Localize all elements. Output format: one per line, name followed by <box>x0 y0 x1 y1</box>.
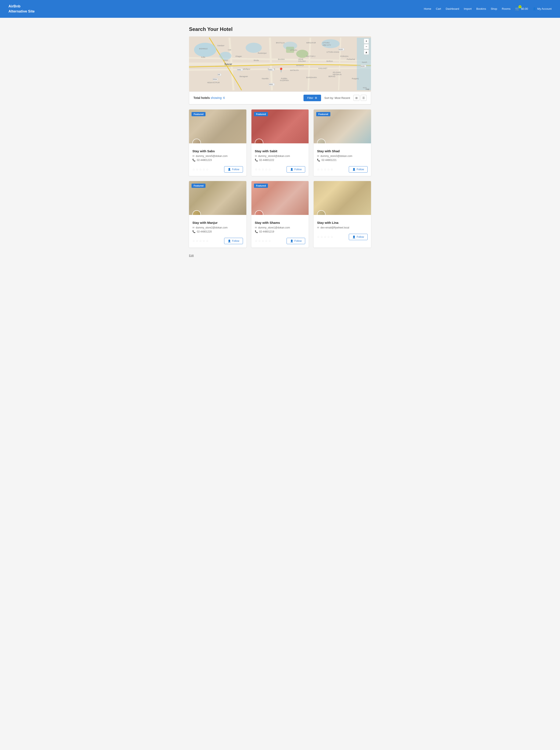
svg-text:Kanch: Kanch <box>362 61 367 63</box>
nav-shop[interactable]: Shop <box>491 7 497 11</box>
hotel-email: ✉ dev-email@flywheel.local <box>317 226 367 229</box>
hotel-image-wrapper: Featured <box>189 110 246 143</box>
follow-person-icon: 👤 <box>290 168 293 171</box>
hotel-footer: ☆ ☆ ☆ ☆ ☆ 👤 Follow <box>255 236 305 244</box>
sort-label: Sort by: Most Recent <box>324 96 350 100</box>
showing-count: showing: 6 <box>211 96 225 100</box>
hotel-info: Stay with Sabit ✉ dummy_store4@dokan.com… <box>252 143 309 176</box>
hotel-info: Stay with Shams ✉ dummy_store1@dokan.com… <box>252 215 309 248</box>
cart-widget[interactable]: 🛒 0 $0.00 <box>515 6 528 11</box>
zoom-out-button[interactable]: − <box>364 44 369 49</box>
star-5: ☆ <box>206 239 209 243</box>
hotel-name: Stay with Sabs <box>193 149 243 153</box>
follow-button[interactable]: 👤 Follow <box>349 166 367 173</box>
filter-right: Filter ⚙ Sort by: Most Recent ⊞ ☰ <box>303 95 366 101</box>
hotel-phone: 📞 02-44801222 <box>255 159 305 161</box>
svg-text:MATIKATA: MATIKATA <box>290 69 299 71</box>
user-icon: 👤 <box>533 7 536 11</box>
nav-cart[interactable]: Cart <box>436 7 441 11</box>
avatar-image <box>255 139 263 143</box>
star-5: ☆ <box>206 168 209 171</box>
hotel-info: Stay with Lina ✉ dev-email@flywheel.loca… <box>314 215 371 243</box>
zoom-in-button[interactable]: + <box>364 39 369 44</box>
star-5: ☆ <box>331 235 333 239</box>
hotel-image-wrapper: Featured <box>189 181 246 215</box>
avatar-image <box>255 211 263 215</box>
hotel-image <box>314 181 371 215</box>
svg-text:C&B: C&B <box>228 49 231 51</box>
map-area[interactable]: BISHMILE Gauripur BHATULIA MIRSAPUR UTTA… <box>189 36 371 92</box>
svg-text:R504: R504 <box>213 78 217 80</box>
avatar-image <box>318 139 325 143</box>
svg-text:BAUNIA: BAUNIA <box>278 58 285 60</box>
star-2: ☆ <box>320 168 323 171</box>
hotel-info: Stay with Shad ✉ dummy_store3@dokan.com … <box>314 143 371 176</box>
email-icon: ✉ <box>317 226 319 229</box>
nav-rooms[interactable]: Rooms <box>502 7 511 11</box>
svg-text:N105: N105 <box>339 48 343 51</box>
follow-button[interactable]: 👤 Follow <box>224 166 243 173</box>
star-3: ☆ <box>199 239 202 243</box>
main-content: Search Your Hotel <box>185 18 375 270</box>
phone-icon: 📞 <box>255 230 258 233</box>
svg-text:Rupganj: Rupganj <box>352 77 359 79</box>
featured-badge: Featured <box>254 183 268 188</box>
svg-text:ABM CITY: ABM CITY <box>322 44 331 46</box>
star-rating: ☆ ☆ ☆ ☆ ☆ <box>255 168 271 171</box>
svg-text:Akran: Akran <box>223 59 228 61</box>
svg-text:ABASHON: ABASHON <box>333 73 341 75</box>
phone-icon: 📞 <box>317 159 320 161</box>
filter-icon: ⚙ <box>315 96 317 100</box>
star-rating: ☆ ☆ ☆ ☆ ☆ <box>193 239 209 243</box>
svg-text:Kulla: Kulla <box>201 56 205 58</box>
star-3: ☆ <box>324 168 326 171</box>
nav-import[interactable]: Import <box>464 7 472 11</box>
compass-button[interactable]: ▲ <box>364 50 369 55</box>
nav-home[interactable]: Home <box>424 7 431 11</box>
list-view-button[interactable]: ☰ <box>361 95 366 101</box>
hotel-card: Featured Stay with Sabit ✉ dummy_store4@… <box>252 110 309 176</box>
hotel-card: Featured Stay with Manjur ✉ dummy_store2… <box>189 181 246 248</box>
cart-count: 0 <box>519 5 521 8</box>
featured-badge: Featured <box>316 112 330 116</box>
hotel-email: ✉ dummy_store1@dokan.com <box>255 226 305 229</box>
map-container[interactable]: BISHMILE Gauripur BHATULIA MIRSAPUR UTTA… <box>189 36 371 92</box>
map-zoom-controls: + − ▲ <box>364 39 369 55</box>
hotel-email: ✉ dummy_store5@dokan.com <box>193 155 243 158</box>
svg-text:Kaundia: Kaundia <box>262 77 268 79</box>
hotel-grid: Featured Stay with Sabs ✉ dummy_store5@d… <box>189 110 371 248</box>
star-4: ☆ <box>202 239 205 243</box>
svg-text:Khagan: Khagan <box>236 55 242 57</box>
star-2: ☆ <box>320 235 323 239</box>
follow-button[interactable]: 👤 Follow <box>349 234 367 240</box>
hotel-name: Stay with Shams <box>255 221 305 224</box>
svg-text:BARIDHARA: BARIDHARA <box>306 76 317 78</box>
hotel-info: Stay with Manjur ✉ dummy_store2@dokan.co… <box>189 215 246 248</box>
svg-text:Gauripur: Gauripur <box>217 44 224 46</box>
cart-icon-wrapper: 🛒 0 <box>515 6 520 11</box>
hotel-info: Stay with Sabs ✉ dummy_store5@dokan.com … <box>189 143 246 176</box>
hotel-card: Stay with Lina ✉ dev-email@flywheel.loca… <box>314 181 371 248</box>
star-4: ☆ <box>327 235 330 239</box>
filter-button[interactable]: Filter ⚙ <box>303 95 321 101</box>
follow-button[interactable]: 👤 Follow <box>286 238 305 244</box>
nav-bookins[interactable]: Bookins <box>476 7 486 11</box>
edit-link[interactable]: Edit <box>189 254 371 257</box>
star-3: ☆ <box>262 168 264 171</box>
phone-icon: 📞 <box>193 159 196 161</box>
follow-label: Follow <box>294 168 302 171</box>
total-hotels-label: Total hotels showing: 6 <box>194 96 225 100</box>
follow-person-icon: 👤 <box>353 235 356 238</box>
svg-text:BHATULIA: BHATULIA <box>276 41 285 44</box>
follow-button[interactable]: 👤 Follow <box>286 166 305 173</box>
nav-dashboard[interactable]: Dashboard <box>446 7 459 11</box>
svg-text:BERAID: BERAID <box>328 75 335 78</box>
email-icon: ✉ <box>317 155 319 158</box>
star-3: ☆ <box>199 168 202 171</box>
hotel-phone: 📞 02-44801221 <box>317 159 367 161</box>
hotel-footer: ☆ ☆ ☆ ☆ ☆ 👤 Follow <box>317 164 367 173</box>
follow-button[interactable]: 👤 Follow <box>224 238 243 244</box>
follow-person-icon: 👤 <box>290 239 293 242</box>
grid-view-button[interactable]: ⊞ <box>354 95 359 101</box>
my-account-link[interactable]: 👤 My Account <box>533 7 552 11</box>
